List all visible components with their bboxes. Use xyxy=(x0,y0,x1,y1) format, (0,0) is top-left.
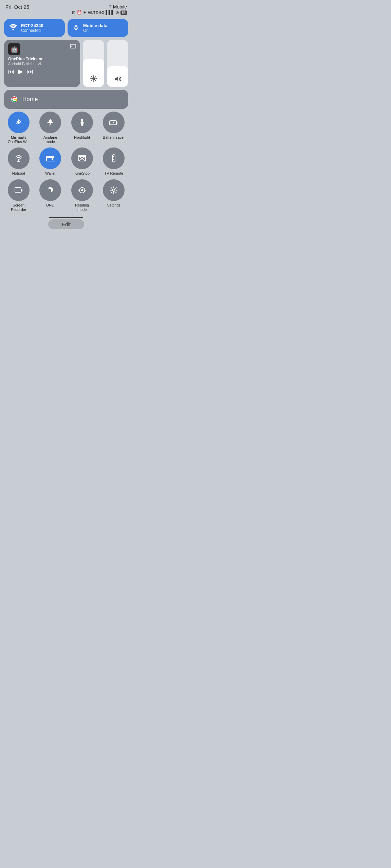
hotspot-label: Hotspot xyxy=(12,171,25,176)
svg-point-27 xyxy=(113,156,114,157)
screen-recorder-label: ScreenRecorder xyxy=(11,203,26,212)
status-icons: ⊡ ⏰ ✱ ViLTE 5G ▌▌▌ ⊛ 85 xyxy=(72,10,127,15)
media-prev-button[interactable]: ⏮ xyxy=(8,68,14,75)
svg-point-28 xyxy=(113,158,114,158)
svg-point-30 xyxy=(113,161,114,161)
edit-bar: Edit xyxy=(0,215,132,233)
tv-remote-label: TV Remote xyxy=(104,171,123,176)
svg-line-9 xyxy=(95,80,96,81)
nfc-icon: ⊡ xyxy=(72,10,75,15)
edit-button[interactable]: Edit xyxy=(48,219,84,229)
signal-icon: ▌▌▌ xyxy=(106,10,114,15)
wifi-status: Connected xyxy=(21,28,43,33)
svg-rect-1 xyxy=(70,44,76,48)
brightness-icon xyxy=(90,75,97,84)
wifi-icon xyxy=(9,23,18,33)
airplane-label: Airplanemode xyxy=(43,135,57,144)
screen-recorder-circle xyxy=(8,179,30,201)
media-card[interactable]: 🤖 OnePlus Tricks or... Android Faithful … xyxy=(4,40,80,87)
media-play-button[interactable]: ▶ xyxy=(18,68,23,75)
mobile-data-tile-text: Mobile data On xyxy=(83,23,108,33)
bluetooth-status-icon: ✱ xyxy=(83,10,87,15)
hotspot-circle xyxy=(8,147,30,169)
quick-action-wallet[interactable]: Wallet xyxy=(36,147,65,176)
quick-action-kinestop[interactable]: KineStop xyxy=(68,147,97,176)
flashlight-label: Flashlight xyxy=(74,135,90,140)
media-app-icon: 🤖 xyxy=(8,43,20,55)
settings-circle xyxy=(103,179,125,201)
wifi-ssid: ECT-24340 xyxy=(21,23,43,28)
home-label: Home xyxy=(22,96,38,103)
alarm-icon: ⏰ xyxy=(77,10,82,15)
cast-icon xyxy=(70,43,76,51)
svg-line-10 xyxy=(95,77,96,77)
dnd-label: DND xyxy=(46,203,54,208)
quick-action-bluetooth[interactable]: Mishaal'sOnePlus W... xyxy=(4,112,33,144)
google-home-icon xyxy=(10,95,19,104)
svg-rect-13 xyxy=(81,119,83,122)
svg-rect-14 xyxy=(81,125,83,126)
quick-tiles-container: ECT-24340 Connected Mobile data On xyxy=(0,16,132,109)
mobile-data-title: Mobile data xyxy=(83,23,108,28)
svg-point-0 xyxy=(13,28,14,30)
wifi-tile-text: ECT-24340 Connected xyxy=(21,23,43,33)
quick-action-tv-remote[interactable]: TV Remote xyxy=(99,147,129,176)
settings-label: Settings xyxy=(107,203,120,208)
mobile-data-tile[interactable]: Mobile data On xyxy=(68,19,128,37)
media-title: OnePlus Tricks or... xyxy=(8,57,76,61)
svg-rect-31 xyxy=(15,188,21,192)
airplane-circle xyxy=(39,112,61,133)
battery-saver-label: Battery saver xyxy=(103,135,125,140)
svg-point-33 xyxy=(81,189,83,191)
dnd-circle xyxy=(39,179,61,201)
mobile-data-icon xyxy=(72,23,80,33)
kinestop-circle xyxy=(71,147,93,169)
kinestop-label: KineStop xyxy=(74,171,90,176)
mobile-data-status: On xyxy=(83,28,108,33)
status-bar: Fri, Oct 25 T-Mobile ⊡ ⏰ ✱ ViLTE 5G ▌▌▌ … xyxy=(0,0,132,16)
quick-action-screen-recorder[interactable]: ScreenRecorder xyxy=(4,179,33,212)
google-home-card[interactable]: Home xyxy=(4,90,128,109)
quick-action-dnd[interactable]: DND xyxy=(36,179,65,212)
quick-action-reading-mode[interactable]: Readingmode xyxy=(68,179,97,212)
svg-line-8 xyxy=(91,77,92,77)
media-controls: ⏮ ▶ ⏭ xyxy=(8,68,76,75)
volume-icon xyxy=(114,75,122,84)
reading-mode-label: Readingmode xyxy=(75,203,89,212)
media-next-button[interactable]: ⏭ xyxy=(27,68,33,75)
svg-point-3 xyxy=(92,77,95,80)
carrier-name: T-Mobile xyxy=(109,4,127,9)
quick-action-hotspot[interactable]: Hotspot xyxy=(4,147,33,176)
quick-action-airplane[interactable]: Airplanemode xyxy=(36,112,65,144)
battery-saver-circle xyxy=(103,112,125,133)
reading-mode-circle xyxy=(71,179,93,201)
svg-point-29 xyxy=(113,159,114,160)
tv-remote-circle xyxy=(103,147,125,169)
sliders-col xyxy=(83,40,128,87)
wallet-circle xyxy=(39,147,61,169)
quick-action-flashlight[interactable]: Flashlight xyxy=(68,112,97,144)
status-date: Fri, Oct 25 xyxy=(5,4,29,10)
media-row: 🤖 OnePlus Tricks or... Android Faithful … xyxy=(4,40,128,87)
home-indicator xyxy=(49,217,83,218)
wallet-label: Wallet xyxy=(45,171,55,176)
top-row: ECT-24340 Connected Mobile data On xyxy=(4,19,128,37)
svg-rect-21 xyxy=(52,158,53,160)
svg-point-36 xyxy=(113,189,115,191)
volume-slider[interactable] xyxy=(107,40,128,87)
wifi-tile[interactable]: ECT-24340 Connected xyxy=(4,19,65,37)
battery-indicator: 85 xyxy=(120,11,127,15)
5g-icon: 5G xyxy=(99,11,105,15)
bluetooth-circle xyxy=(8,112,30,133)
quick-action-battery-saver[interactable]: Battery saver xyxy=(99,112,129,144)
volte-icon: ViLTE xyxy=(88,11,98,15)
quick-action-settings[interactable]: Settings xyxy=(99,179,129,212)
bluetooth-label: Mishaal'sOnePlus W... xyxy=(8,135,30,144)
quick-actions-grid: Mishaal'sOnePlus W... Airplanemode Flash… xyxy=(0,109,132,215)
svg-rect-16 xyxy=(116,122,117,124)
wifi-status-icon: ⊛ xyxy=(116,10,119,15)
svg-point-2 xyxy=(70,47,71,48)
brightness-slider[interactable] xyxy=(83,40,104,87)
svg-line-11 xyxy=(91,80,92,81)
flashlight-circle xyxy=(71,112,93,133)
